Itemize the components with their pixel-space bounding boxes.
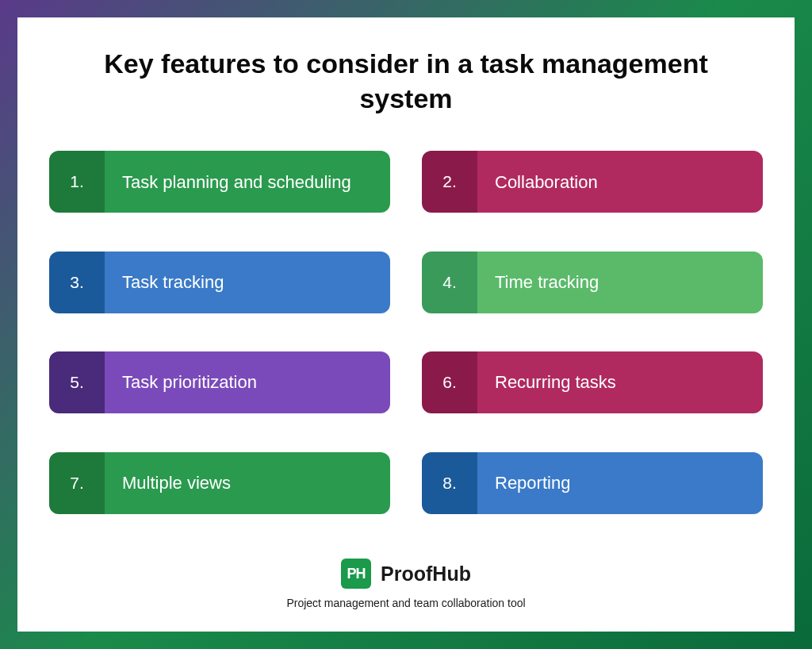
brand-tagline: Project management and team collaboratio… xyxy=(286,597,525,609)
feature-label: Task tracking xyxy=(105,252,390,313)
feature-label: Collaboration xyxy=(477,151,763,213)
feature-item: 5. Task prioritization xyxy=(49,351,390,413)
feature-grid: 1. Task planning and scheduling 2. Colla… xyxy=(49,151,763,530)
logo-icon: PH xyxy=(341,559,371,589)
feature-item: 1. Task planning and scheduling xyxy=(49,151,390,213)
page-title: Key features to consider in a task manag… xyxy=(49,46,763,116)
feature-item: 4. Time tracking xyxy=(422,252,763,313)
brand: PH ProofHub xyxy=(341,559,471,589)
feature-number: 5. xyxy=(49,351,105,413)
feature-item: 3. Task tracking xyxy=(49,252,390,313)
feature-number: 7. xyxy=(49,452,105,514)
feature-label: Task planning and scheduling xyxy=(105,151,390,213)
feature-number: 6. xyxy=(422,351,477,413)
feature-label: Multiple views xyxy=(105,452,390,514)
feature-number: 3. xyxy=(49,252,105,313)
feature-number: 8. xyxy=(422,452,477,514)
feature-item: 6. Recurring tasks xyxy=(422,351,763,413)
feature-label: Reporting xyxy=(477,452,763,514)
feature-label: Task prioritization xyxy=(105,351,390,413)
feature-label: Time tracking xyxy=(477,252,763,313)
feature-number: 4. xyxy=(422,252,477,313)
feature-label: Recurring tasks xyxy=(477,351,763,413)
feature-item: 7. Multiple views xyxy=(49,452,390,514)
canvas: Key features to consider in a task manag… xyxy=(17,17,795,632)
feature-number: 1. xyxy=(49,151,105,213)
feature-number: 2. xyxy=(422,151,477,213)
footer: PH ProofHub Project management and team … xyxy=(49,559,763,609)
feature-item: 2. Collaboration xyxy=(422,151,763,213)
feature-item: 8. Reporting xyxy=(422,452,763,514)
brand-name: ProofHub xyxy=(381,563,471,586)
